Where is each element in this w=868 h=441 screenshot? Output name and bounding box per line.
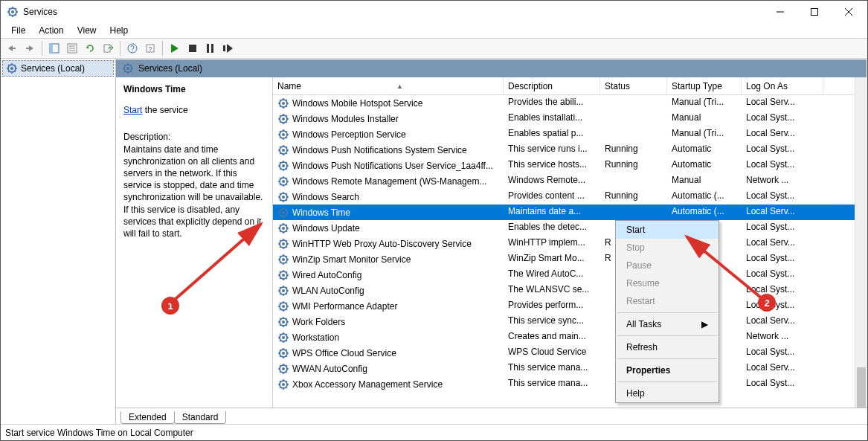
stop-service-button[interactable]: [184, 40, 201, 57]
gear-icon: [6, 62, 18, 74]
maximize-button[interactable]: [797, 1, 832, 23]
close-button[interactable]: [832, 1, 866, 23]
show-hide-tree-button[interactable]: [46, 40, 62, 57]
column-status[interactable]: Status: [600, 77, 667, 94]
svg-rect-29: [211, 44, 213, 53]
table-row[interactable]: WinZip Smart Monitor ServiceWinZip Smart…: [273, 251, 867, 267]
service-description: WPS Cloud Service: [504, 345, 600, 361]
table-row[interactable]: WorkstationCreates and main...Network ..…: [273, 329, 867, 345]
gear-icon: [277, 379, 289, 390]
table-row[interactable]: Windows Perception ServiceEnables spatia…: [273, 126, 867, 142]
service-logon: Network ...: [742, 329, 823, 345]
service-description: Enables spatial p...: [504, 126, 600, 142]
menu-item-refresh[interactable]: Refresh: [616, 338, 718, 356]
pause-service-button[interactable]: [202, 40, 219, 57]
table-row[interactable]: WWAN AutoConfigThis service mana...Local…: [273, 361, 867, 376]
service-logon: Local Syst...: [742, 345, 823, 361]
description-label: Description:: [123, 131, 266, 143]
start-service-button[interactable]: [167, 40, 183, 57]
service-logon: Local Syst...: [742, 283, 823, 298]
service-name: WinZip Smart Monitor Service: [292, 254, 411, 265]
annotation-step-1: 1: [161, 297, 179, 315]
table-row[interactable]: WPS Office Cloud ServiceWPS Cloud Servic…: [273, 345, 867, 361]
service-description: WinZip Smart Mo...: [504, 251, 600, 267]
table-row[interactable]: Windows SearchProvides content ...Runnin…: [273, 189, 867, 205]
service-status: [600, 126, 667, 142]
table-row[interactable]: Windows Mobile Hotspot ServiceProvides t…: [273, 95, 867, 111]
context-menu[interactable]: StartStopPauseResumeRestartAll Tasks▶Ref…: [615, 220, 719, 403]
svg-rect-11: [811, 9, 818, 16]
back-button[interactable]: [4, 40, 20, 57]
service-description: This service mana...: [504, 361, 600, 376]
column-name[interactable]: Name▲: [273, 77, 504, 94]
table-row[interactable]: Windows Remote Management (WS-Managem...…: [273, 173, 867, 189]
menu-view[interactable]: View: [71, 25, 103, 36]
service-name: WWAN AutoConfig: [292, 364, 367, 374]
tab-standard[interactable]: Standard: [174, 411, 227, 424]
svg-rect-28: [207, 44, 209, 53]
forward-button[interactable]: [22, 40, 38, 57]
table-row[interactable]: WinHTTP Web Proxy Auto-Discovery Service…: [273, 236, 867, 251]
gear-icon: [277, 332, 289, 344]
table-row[interactable]: WMI Performance AdapterProvides perform.…: [273, 298, 867, 314]
start-service-link[interactable]: Start: [123, 105, 142, 115]
navigation-tree[interactable]: Services (Local): [1, 59, 116, 424]
properties-button[interactable]: [64, 40, 80, 57]
service-logon: Local Syst...: [742, 189, 823, 205]
service-logon: Local Syst...: [742, 251, 823, 267]
service-startup: Manual (Tri...: [667, 95, 742, 111]
table-row[interactable]: WLAN AutoConfigThe WLANSVC se...Local Sy…: [273, 283, 867, 298]
column-startup[interactable]: Startup Type: [667, 77, 742, 94]
tree-item-label: Services (Local): [21, 63, 85, 74]
column-description[interactable]: Description: [504, 77, 600, 94]
table-row[interactable]: Windows Push Notifications System Servic…: [273, 142, 867, 158]
menu-item-properties[interactable]: Properties: [616, 361, 718, 379]
table-row[interactable]: Windows Modules InstallerEnables install…: [273, 111, 867, 126]
refresh-button[interactable]: [82, 40, 98, 57]
minimize-button[interactable]: [763, 1, 797, 23]
export-button[interactable]: [100, 40, 116, 57]
help-topics-button[interactable]: ?: [142, 40, 158, 57]
list-rows: Windows Mobile Hotspot ServiceProvides t…: [273, 95, 867, 408]
service-description: This service runs i...: [504, 142, 600, 158]
table-row[interactable]: Work FoldersThis service sync...Local Se…: [273, 314, 867, 329]
service-logon: Local Syst...: [742, 142, 823, 158]
column-headers[interactable]: Name▲ Description Status Startup Type Lo…: [273, 77, 867, 95]
svg-text:?: ?: [148, 45, 152, 53]
services-window: Services File Action View Help ? ?: [0, 0, 868, 441]
gear-icon: [277, 316, 289, 328]
table-row[interactable]: Wired AutoConfigThe Wired AutoC...Local …: [273, 267, 867, 283]
service-name: WinHTTP Web Proxy Auto-Discovery Service: [292, 239, 472, 249]
table-row[interactable]: Windows Push Notifications User Service_…: [273, 158, 867, 173]
vertical-scrollbar[interactable]: [855, 77, 867, 408]
menu-help[interactable]: Help: [104, 25, 135, 36]
service-name: Windows Perception Service: [292, 129, 406, 140]
service-description: Enables installati...: [504, 111, 600, 126]
service-description: Windows Remote...: [504, 173, 600, 189]
menu-item-start[interactable]: Start: [616, 221, 718, 239]
tree-item-services-local[interactable]: Services (Local): [2, 60, 114, 77]
menu-item-restart: Restart: [616, 292, 718, 310]
restart-service-button[interactable]: [220, 40, 237, 57]
right-panel: Services (Local) Windows Time Start the …: [116, 59, 867, 424]
service-status: [600, 95, 667, 111]
menu-file[interactable]: File: [5, 25, 31, 36]
scrollbar-thumb[interactable]: [857, 367, 866, 408]
menu-item-all-tasks[interactable]: All Tasks▶: [616, 315, 718, 333]
menu-item-help[interactable]: Help: [616, 384, 718, 402]
service-startup: Automatic: [667, 142, 742, 158]
table-row[interactable]: Windows TimeMaintains date a...Automatic…: [273, 205, 867, 220]
tab-extended[interactable]: Extended: [120, 411, 175, 424]
services-list[interactable]: Name▲ Description Status Startup Type Lo…: [272, 77, 867, 408]
annotation-step-2: 2: [758, 294, 776, 312]
column-logon[interactable]: Log On As: [742, 77, 823, 94]
service-status: Running: [600, 189, 667, 205]
menu-action[interactable]: Action: [33, 25, 69, 36]
table-row[interactable]: Windows UpdateEnables the detec...Tri...…: [273, 220, 867, 236]
help-button[interactable]: ?: [124, 40, 141, 57]
table-row[interactable]: Xbox Accessory Management ServiceThis se…: [273, 376, 867, 392]
service-name: WMI Performance Adapter: [292, 301, 397, 312]
menubar: File Action View Help: [1, 23, 867, 38]
gear-icon: [277, 238, 289, 250]
service-name: Work Folders: [292, 317, 345, 327]
